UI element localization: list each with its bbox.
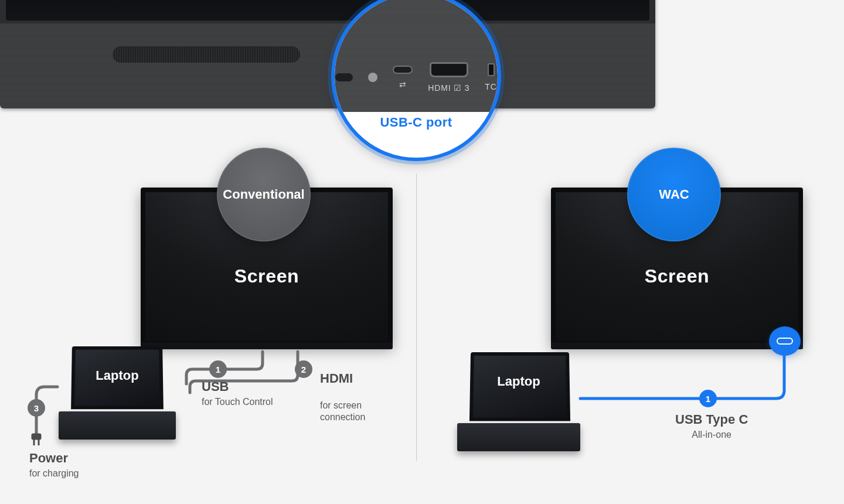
split-divider bbox=[416, 173, 417, 461]
monitor-chin bbox=[141, 342, 393, 349]
cap-usbc: USB Type C All-in-one bbox=[675, 411, 748, 441]
mag-port-pill bbox=[335, 73, 353, 81]
cable1-number: 1 bbox=[216, 365, 220, 374]
cable-usbc-number: 1 bbox=[706, 394, 710, 404]
screen-label: Screen bbox=[145, 265, 388, 287]
svg-point-0 bbox=[209, 360, 227, 378]
usbc-glyph-icon: ⇄ bbox=[399, 80, 407, 89]
laptop-label: Laptop bbox=[457, 374, 580, 389]
magnifier: ⇄ HDMI ☑ 3 TC USB-C port bbox=[331, 0, 501, 161]
svg-point-2 bbox=[28, 399, 45, 417]
cap-power: Power for charging bbox=[29, 450, 79, 479]
monitor-chin bbox=[551, 342, 803, 349]
speaker-vent bbox=[113, 46, 300, 63]
mag-port-usbc: ⇄ bbox=[393, 66, 413, 89]
badge-conventional-label: Conventional bbox=[223, 187, 304, 202]
cable2-number: 2 bbox=[301, 365, 306, 374]
usbc-connector-icon bbox=[771, 328, 799, 354]
svg-point-6 bbox=[699, 390, 717, 407]
mag-port-dot bbox=[368, 73, 377, 82]
conventional-laptop: Laptop bbox=[59, 346, 176, 440]
screen-label: Screen bbox=[556, 265, 798, 287]
laptop-label: Laptop bbox=[59, 368, 176, 383]
panel-conventional: Screen Conventional Laptop 1 2 3 USB for… bbox=[23, 182, 399, 486]
badge-conventional: Conventional bbox=[217, 148, 311, 241]
magnifier-ports: ⇄ HDMI ☑ 3 TC bbox=[335, 62, 498, 93]
cap-hdmi: HDMI for screen connection bbox=[320, 359, 365, 423]
magnifier-metal bbox=[331, 0, 501, 112]
usbc-port-callout: USB-C port bbox=[335, 115, 498, 130]
cable3-number: 3 bbox=[34, 403, 39, 413]
mag-port-hdmi: HDMI ☑ 3 bbox=[428, 62, 469, 93]
panel-wac: Screen WAC Laptop 1 USB Type C All-in-on… bbox=[445, 182, 821, 486]
svg-rect-3 bbox=[32, 434, 41, 440]
power-plug-icon bbox=[32, 434, 41, 445]
badge-wac: WAC bbox=[627, 148, 721, 241]
svg-point-1 bbox=[295, 360, 312, 378]
display-bezel: 3 TOUCH ☑ ss⟲ ss⟲ bbox=[0, 0, 655, 108]
mag-port-touch-partial: TC bbox=[485, 63, 496, 91]
wac-laptop: Laptop bbox=[457, 352, 580, 451]
cap-usb: USB for Touch Control bbox=[202, 379, 273, 408]
badge-wac-label: WAC bbox=[659, 187, 689, 202]
